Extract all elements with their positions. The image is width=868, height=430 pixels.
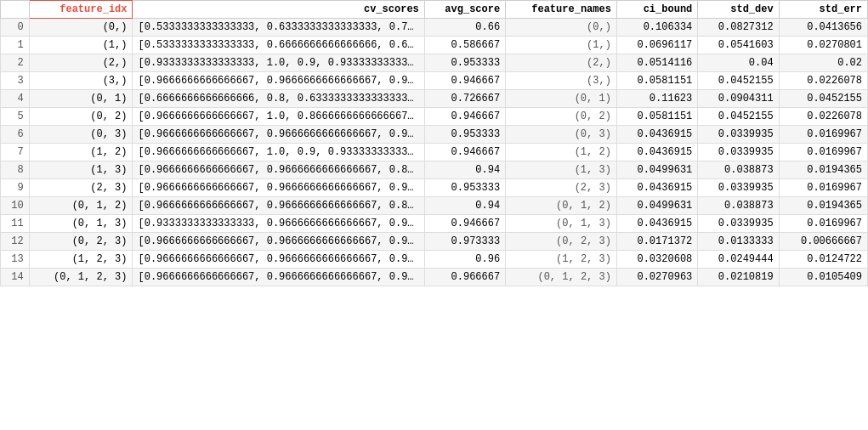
table-row: 0(0,)[0.5333333333333333, 0.633333333333… [1, 19, 868, 37]
cell-std-err: 0.0270801 [779, 37, 867, 54]
cell-cv-scores: [0.5333333333333333, 0.6666666666666666,… [133, 37, 424, 54]
cell-std-dev: 0.04 [698, 54, 779, 72]
cell-cv-scores: [0.5333333333333333, 0.6333333333333333,… [133, 19, 424, 37]
cell-avg-score: 0.586667 [424, 37, 505, 54]
cell-std-dev: 0.0339935 [698, 215, 779, 233]
table-row: 3(3,)[0.9666666666666667, 0.966666666666… [1, 72, 868, 90]
cell-index: 12 [1, 233, 30, 251]
cell-feature-idx: (0, 2, 3) [29, 233, 133, 251]
cell-cv-scores: [0.9666666666666667, 0.9666666666666667,… [133, 251, 424, 269]
cell-avg-score: 0.973333 [424, 233, 505, 251]
cell-index: 9 [1, 179, 30, 197]
cell-feature-names: (0,) [506, 19, 617, 37]
cell-feature-names: (0, 1, 2, 3) [506, 269, 617, 286]
table-row: 14(0, 1, 2, 3)[0.9666666666666667, 0.966… [1, 269, 868, 286]
table-row: 12(0, 2, 3)[0.9666666666666667, 0.966666… [1, 233, 868, 251]
cell-ci-bound: 0.0499631 [616, 161, 697, 179]
cell-cv-scores: [0.9666666666666667, 0.9666666666666667,… [133, 269, 424, 286]
table-body: 0(0,)[0.5333333333333333, 0.633333333333… [1, 19, 868, 286]
table-row: 4(0, 1)[0.6666666666666666, 0.8, 0.63333… [1, 90, 868, 108]
table-row: 2(2,)[0.9333333333333333, 1.0, 0.9, 0.93… [1, 54, 868, 72]
cell-avg-score: 0.94 [424, 197, 505, 215]
cell-std-dev: 0.0210819 [698, 269, 779, 286]
cell-index: 4 [1, 90, 30, 108]
cell-std-err: 0.00666667 [779, 233, 867, 251]
cell-cv-scores: [0.9666666666666667, 0.9666666666666667,… [133, 72, 424, 90]
cell-std-err: 0.0124722 [779, 251, 867, 269]
cell-avg-score: 0.966667 [424, 269, 505, 286]
cell-ci-bound: 0.0270963 [616, 269, 697, 286]
col-header-cv-scores: cv_scores [133, 1, 424, 19]
cell-feature-idx: (2,) [29, 54, 133, 72]
cell-std-err: 0.0169967 [779, 144, 867, 161]
cell-avg-score: 0.96 [424, 251, 505, 269]
col-header-ci-bound: ci_bound [616, 1, 697, 19]
cell-feature-names: (0, 2, 3) [506, 233, 617, 251]
cell-avg-score: 0.946667 [424, 215, 505, 233]
cell-ci-bound: 0.0320608 [616, 251, 697, 269]
col-header-feature-idx: feature_idx [29, 1, 133, 19]
cell-std-dev: 0.038873 [698, 197, 779, 215]
cell-feature-names: (0, 3) [506, 126, 617, 144]
cell-avg-score: 0.953333 [424, 126, 505, 144]
cell-std-err: 0.0105409 [779, 269, 867, 286]
cell-std-err: 0.0226078 [779, 72, 867, 90]
cell-std-dev: 0.038873 [698, 161, 779, 179]
cell-feature-names: (1, 3) [506, 161, 617, 179]
cell-ci-bound: 0.0436915 [616, 144, 697, 161]
cell-index: 2 [1, 54, 30, 72]
data-table: feature_idx cv_scores avg_score feature_… [0, 0, 868, 286]
cell-ci-bound: 0.0436915 [616, 126, 697, 144]
cell-ci-bound: 0.0171372 [616, 233, 697, 251]
cell-feature-names: (1, 2) [506, 144, 617, 161]
cell-std-dev: 0.0339935 [698, 144, 779, 161]
cell-index: 8 [1, 161, 30, 179]
cell-avg-score: 0.946667 [424, 144, 505, 161]
cell-cv-scores: [0.9666666666666667, 0.9666666666666667,… [133, 179, 424, 197]
cell-cv-scores: [0.9666666666666667, 0.9666666666666667,… [133, 197, 424, 215]
cell-ci-bound: 0.0696117 [616, 37, 697, 54]
cell-ci-bound: 0.0499631 [616, 197, 697, 215]
cell-feature-idx: (0, 1, 3) [29, 215, 133, 233]
cell-avg-score: 0.66 [424, 19, 505, 37]
table-row: 1(1,)[0.5333333333333333, 0.666666666666… [1, 37, 868, 54]
cell-feature-names: (2,) [506, 54, 617, 72]
cell-index: 3 [1, 72, 30, 90]
cell-index: 11 [1, 215, 30, 233]
cell-feature-idx: (3,) [29, 72, 133, 90]
cell-feature-idx: (1,) [29, 37, 133, 54]
data-table-container: feature_idx cv_scores avg_score feature_… [0, 0, 868, 430]
cell-feature-names: (0, 1, 2) [506, 197, 617, 215]
cell-avg-score: 0.94 [424, 161, 505, 179]
col-header-index [1, 1, 30, 19]
cell-index: 13 [1, 251, 30, 269]
col-header-std-dev: std_dev [698, 1, 779, 19]
cell-feature-idx: (0, 3) [29, 126, 133, 144]
table-row: 9(2, 3)[0.9666666666666667, 0.9666666666… [1, 179, 868, 197]
table-row: 7(1, 2)[0.9666666666666667, 1.0, 0.9, 0.… [1, 144, 868, 161]
cell-feature-idx: (0, 1, 2, 3) [29, 269, 133, 286]
cell-index: 1 [1, 37, 30, 54]
table-row: 13(1, 2, 3)[0.9666666666666667, 0.966666… [1, 251, 868, 269]
cell-avg-score: 0.953333 [424, 179, 505, 197]
cell-ci-bound: 0.106334 [616, 19, 697, 37]
cell-std-dev: 0.0133333 [698, 233, 779, 251]
cell-index: 10 [1, 197, 30, 215]
cell-feature-idx: (0, 1) [29, 90, 133, 108]
cell-ci-bound: 0.0514116 [616, 54, 697, 72]
cell-cv-scores: [0.9333333333333333, 0.9666666666666667,… [133, 215, 424, 233]
col-header-avg-score: avg_score [424, 1, 505, 19]
cell-feature-idx: (2, 3) [29, 179, 133, 197]
cell-avg-score: 0.726667 [424, 90, 505, 108]
cell-feature-names: (0, 1, 3) [506, 215, 617, 233]
cell-std-err: 0.0226078 [779, 108, 867, 126]
cell-index: 14 [1, 269, 30, 286]
cell-cv-scores: [0.9666666666666667, 1.0, 0.866666666666… [133, 108, 424, 126]
cell-index: 6 [1, 126, 30, 144]
cell-cv-scores: [0.9666666666666667, 0.9666666666666667,… [133, 126, 424, 144]
table-row: 5(0, 2)[0.9666666666666667, 1.0, 0.86666… [1, 108, 868, 126]
cell-cv-scores: [0.9666666666666667, 0.9666666666666667,… [133, 161, 424, 179]
cell-feature-names: (0, 2) [506, 108, 617, 126]
cell-std-err: 0.0194365 [779, 197, 867, 215]
cell-feature-names: (1, 2, 3) [506, 251, 617, 269]
